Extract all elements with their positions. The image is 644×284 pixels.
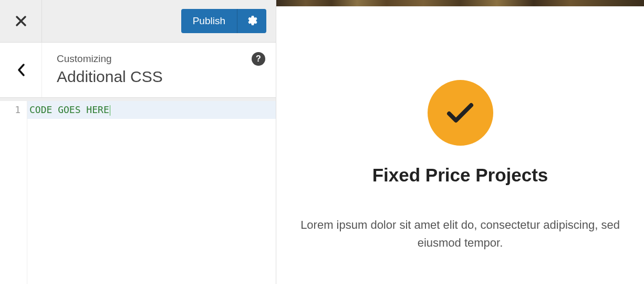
close-icon: [15, 15, 27, 27]
section-title: Additional CSS: [57, 68, 265, 86]
code-text: CODE GOES HERE: [29, 104, 109, 115]
section-header: Customizing Additional CSS ?: [0, 43, 276, 98]
breadcrumb: Customizing: [57, 53, 265, 65]
line-number: 1: [0, 104, 20, 115]
customizer-sidebar: Publish Customizing Additional CSS ? 1 C…: [0, 0, 276, 284]
back-button[interactable]: [0, 43, 42, 97]
code-input[interactable]: CODE GOES HERE: [27, 101, 276, 284]
hero-image-strip: [276, 0, 644, 6]
site-preview: Fixed Price Projects Lorem ipsum dolor s…: [276, 0, 644, 284]
check-icon: [446, 102, 474, 124]
header-text: Customizing Additional CSS ?: [42, 43, 276, 97]
gear-icon: [246, 15, 258, 27]
topbar: Publish: [0, 0, 276, 43]
feature-icon-circle: [428, 80, 493, 146]
css-editor: 1 CODE GOES HERE: [0, 98, 276, 284]
close-button[interactable]: [0, 0, 42, 43]
feature-body: Lorem ipsum dolor sit amet elit do, cons…: [297, 216, 623, 252]
publish-group: Publish: [181, 9, 266, 33]
text-cursor: [110, 105, 110, 116]
feature-heading: Fixed Price Projects: [372, 165, 548, 186]
help-button[interactable]: ?: [252, 52, 265, 66]
chevron-left-icon: [16, 63, 26, 77]
publish-settings-button[interactable]: [237, 9, 266, 33]
line-gutter: 1: [0, 101, 27, 284]
publish-button[interactable]: Publish: [181, 9, 237, 33]
code-line: CODE GOES HERE: [27, 101, 276, 119]
